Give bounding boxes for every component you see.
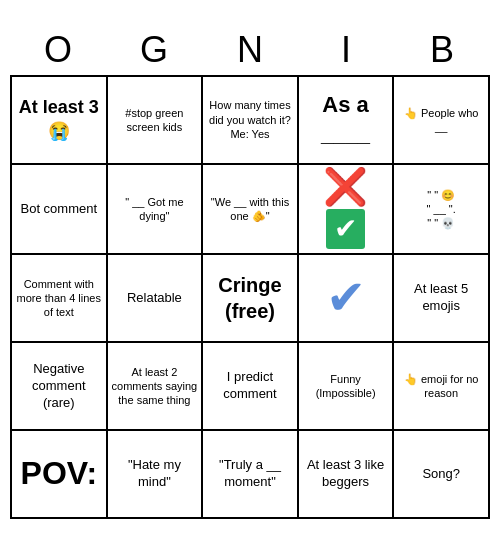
cell-r1c1-text: " __ Got me dying" xyxy=(112,195,198,224)
cell-r0c2-text: How many times did you watch it? Me: Yes xyxy=(207,98,293,141)
cell-r2c3: ✔ xyxy=(299,255,395,343)
cell-r1c0: Bot comment xyxy=(12,165,108,255)
cell-r0c4: 👆 People who __ xyxy=(394,77,490,165)
cell-r2c4-text: At least 5 emojis xyxy=(398,281,484,315)
cell-r0c0: At least 3 😭 xyxy=(12,77,108,165)
cell-r0c1: #stop green screen kids xyxy=(108,77,204,165)
cell-r1c4: " " 😊" __ "." " 💀 xyxy=(394,165,490,255)
cell-r0c1-text: #stop green screen kids xyxy=(112,106,198,135)
cell-r4c1: "Hate my mind" xyxy=(108,431,204,519)
cell-r3c0: Negative comment (rare) xyxy=(12,343,108,431)
cell-r0c0-text: At least 3 😭 xyxy=(16,96,102,143)
cell-r2c4: At least 5 emojis xyxy=(394,255,490,343)
cell-r4c3: At least 3 like beggers xyxy=(299,431,395,519)
cell-r3c4-text: 👆 emoji for no reason xyxy=(398,372,484,401)
cell-r4c3-text: At least 3 like beggers xyxy=(303,457,389,491)
cell-r4c0-text: POV: xyxy=(21,453,97,495)
cell-r4c4: Song? xyxy=(394,431,490,519)
cell-r3c0-text: Negative comment (rare) xyxy=(16,361,102,412)
cell-r4c2-text: "Truly a __ moment" xyxy=(207,457,293,491)
cell-r1c0-text: Bot comment xyxy=(21,201,98,218)
cell-r3c3-text: Funny (Impossible) xyxy=(303,372,389,401)
cell-r3c4: 👆 emoji for no reason xyxy=(394,343,490,431)
cell-r2c1: Relatable xyxy=(108,255,204,343)
cell-r3c1-text: At least 2 comments saying the same thin… xyxy=(112,365,198,408)
cell-r4c2: "Truly a __ moment" xyxy=(203,431,299,519)
bingo-header: O G N I B xyxy=(10,25,490,75)
cell-r2c2-text: Cringe (free) xyxy=(207,272,293,324)
cell-r2c1-text: Relatable xyxy=(127,290,182,307)
cell-r2c0: Comment with more than 4 lines of text xyxy=(12,255,108,343)
cell-r1c2: "We __ with this one 🫵" xyxy=(203,165,299,255)
cell-r4c1-text: "Hate my mind" xyxy=(112,457,198,491)
cell-r3c2: I predict comment xyxy=(203,343,299,431)
cell-r2c0-text: Comment with more than 4 lines of text xyxy=(16,277,102,320)
cell-r0c3-text: As a____ xyxy=(321,91,370,148)
header-b: B xyxy=(394,25,490,75)
bingo-card: O G N I B At least 3 😭 #stop green scree… xyxy=(10,25,490,519)
cell-r4c0: POV: xyxy=(12,431,108,519)
cell-r1c4-text: " " 😊" __ "." " 💀 xyxy=(427,188,456,231)
cell-r1c3: ❌ ✔ xyxy=(299,165,395,255)
bingo-grid: At least 3 😭 #stop green screen kids How… xyxy=(10,75,490,519)
cell-r0c2: How many times did you watch it? Me: Yes xyxy=(203,77,299,165)
cell-r2c2: Cringe (free) xyxy=(203,255,299,343)
header-o: O xyxy=(10,25,106,75)
header-i: I xyxy=(298,25,394,75)
checkmark-blue-icon: ✔ xyxy=(326,274,366,322)
cell-r3c2-text: I predict comment xyxy=(207,369,293,403)
header-n: N xyxy=(202,25,298,75)
cell-r3c3: Funny (Impossible) xyxy=(299,343,395,431)
cell-r1c2-text: "We __ with this one 🫵" xyxy=(207,195,293,224)
header-g: G xyxy=(106,25,202,75)
cell-r0c3: As a____ xyxy=(299,77,395,165)
cell-r0c4-text: 👆 People who __ xyxy=(398,106,484,135)
cell-r4c4-text: Song? xyxy=(422,466,460,483)
cell-r1c1: " __ Got me dying" xyxy=(108,165,204,255)
cell-r3c1: At least 2 comments saying the same thin… xyxy=(108,343,204,431)
